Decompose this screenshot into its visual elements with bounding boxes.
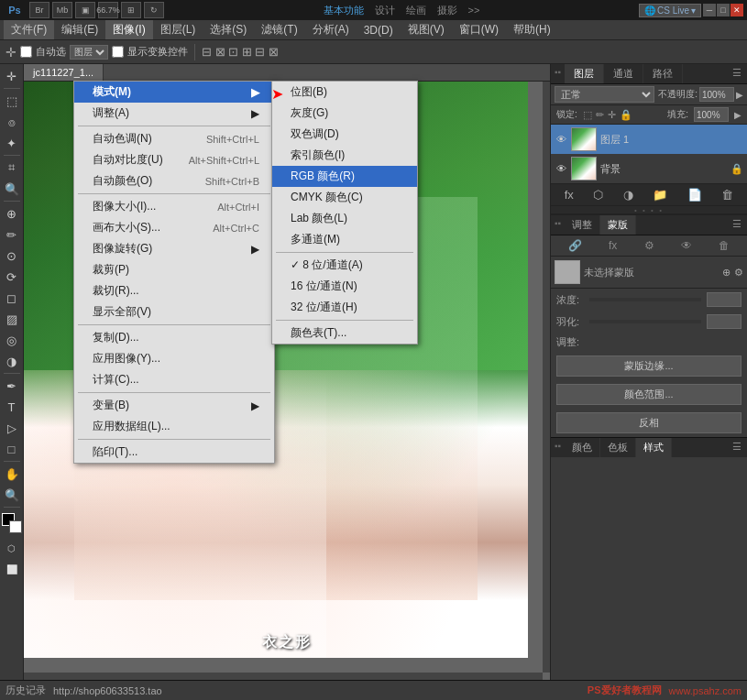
workspace-draw[interactable]: 绘画 [406, 4, 426, 17]
lock-all-icon[interactable]: 🔒 [620, 109, 632, 121]
mode-multichannel[interactable]: 多通道(M) [272, 229, 417, 250]
density-slider[interactable] [589, 298, 701, 301]
bridge-icon[interactable]: Br [29, 2, 49, 18]
masks-settings-icon[interactable]: ⚙ [734, 267, 743, 279]
delete-layer-btn[interactable]: 🗑 [718, 186, 737, 203]
masks-add-icon[interactable]: ⊕ [722, 267, 731, 279]
clone-tool[interactable]: ⊙ [2, 246, 22, 266]
density-input[interactable] [707, 292, 742, 307]
zoom-display[interactable]: 66.7% [98, 2, 118, 18]
color-range-btn[interactable]: 颜色范围... [556, 384, 742, 405]
background-color[interactable] [9, 520, 22, 533]
menu-item-file[interactable]: 文件(F) [4, 20, 54, 39]
mode-rgb[interactable]: RGB 颜色(R) [272, 166, 417, 187]
mode-8bit[interactable]: ✓ 8 位/通道(A) [272, 255, 417, 276]
lasso-tool[interactable]: ⌾ [2, 112, 22, 132]
menu-mode[interactable]: 模式(M) ▶ [74, 82, 274, 103]
menu-item-select[interactable]: 选择(S) [203, 20, 254, 39]
zoom-tool[interactable]: 🔍 [2, 485, 22, 505]
mode-cmyk[interactable]: CMYK 颜色(C) [272, 187, 417, 208]
minimize-button[interactable]: ─ [703, 4, 716, 16]
add-mask-btn[interactable]: ⬡ [589, 186, 607, 203]
dodge-tool[interactable]: ◑ [2, 351, 22, 371]
layer-bg-eye[interactable]: 👁 [555, 162, 567, 175]
add-group-btn[interactable]: 📁 [649, 186, 671, 203]
magic-wand-tool[interactable]: ✦ [2, 133, 22, 153]
lock-brush-icon[interactable]: ✏ [596, 109, 604, 121]
layer-item-1[interactable]: 👁 图层 1 [551, 125, 747, 154]
text-tool[interactable]: T [2, 397, 22, 417]
bottom-panel-menu-icon[interactable]: ☰ [727, 438, 747, 457]
mask-edge-btn[interactable]: 蒙版边缘... [556, 355, 742, 377]
menu-calculations[interactable]: 计算(C)... [74, 369, 274, 390]
tab-adjustments[interactable]: 调整 [565, 215, 600, 235]
masks-menu-icon[interactable]: ☰ [727, 215, 747, 235]
marquee-tool[interactable]: ⬚ [2, 91, 22, 111]
workspace-design[interactable]: 设计 [375, 4, 395, 17]
layer-1-eye[interactable]: 👁 [555, 133, 567, 146]
mode-bitmap[interactable]: 位图(B) [272, 82, 417, 103]
screen-mode-icon[interactable]: ▣ [75, 2, 95, 18]
menu-image-rotate[interactable]: 图像旋转(G) ▶ [74, 238, 274, 259]
mode-indexed[interactable]: 索引颜色(I) [272, 145, 417, 166]
menu-auto-color[interactable]: 自动颜色(O) Shift+Ctrl+B [74, 170, 274, 191]
healing-tool[interactable]: ⊕ [2, 203, 22, 224]
crop-tool[interactable]: ⌗ [2, 158, 22, 178]
blur-tool[interactable]: ◎ [2, 330, 22, 350]
menu-item-3d[interactable]: 3D(D) [357, 22, 401, 38]
auto-select-type[interactable]: 图层 [70, 45, 108, 60]
mode-32bit[interactable]: 32 位/通道(H) [272, 297, 417, 318]
tab-channels[interactable]: 通道 [604, 64, 643, 83]
menu-apply-datagroup[interactable]: 应用数据组(L)... [74, 416, 274, 437]
menu-auto-contrast[interactable]: 自动对比度(U) Alt+Shift+Ctrl+L [74, 149, 274, 170]
menu-item-view[interactable]: 视图(V) [401, 20, 452, 39]
path-select-tool[interactable]: ▷ [2, 418, 22, 438]
fill-input[interactable] [694, 107, 729, 122]
lock-transparent-icon[interactable]: ⬚ [583, 109, 592, 121]
menu-item-layer[interactable]: 图层(L) [153, 20, 203, 39]
history-brush-tool[interactable]: ⟳ [2, 267, 22, 287]
menu-adjust[interactable]: 调整(A) ▶ [74, 103, 274, 124]
menu-canvas-size[interactable]: 画布大小(S)... Alt+Ctrl+C [74, 217, 274, 238]
mask-gear-icon[interactable]: ⚙ [644, 239, 654, 252]
panel-menu-icon[interactable]: ☰ [727, 64, 747, 83]
maximize-button[interactable]: □ [717, 4, 730, 16]
show-transform-checkbox[interactable] [112, 46, 124, 58]
mode-color-table[interactable]: 颜色表(T)... [272, 323, 417, 344]
feather-slider[interactable] [589, 320, 701, 323]
close-button[interactable]: ✕ [731, 4, 743, 16]
menu-item-analysis[interactable]: 分析(A) [305, 20, 357, 39]
mask-eye-icon[interactable]: 👁 [681, 239, 692, 252]
panel-resize-grip[interactable]: • • • • [551, 206, 747, 213]
tab-color[interactable]: 颜色 [565, 438, 600, 457]
cs-live-button[interactable]: 🌐 CS Live ▾ [639, 4, 701, 17]
mode-duotone[interactable]: 双色调(D) [272, 124, 417, 145]
tab-styles[interactable]: 样式 [636, 438, 672, 457]
workspace-more[interactable]: >> [468, 5, 480, 16]
tab-swatches[interactable]: 色板 [600, 438, 636, 457]
menu-item-image[interactable]: 图像(I) [105, 20, 152, 39]
rotation-icon[interactable]: ↻ [144, 2, 164, 18]
view-icon[interactable]: ⊞ [121, 2, 141, 18]
move-tool[interactable]: ✛ [2, 66, 22, 86]
menu-trim[interactable]: 裁切(R)... [74, 280, 274, 301]
opacity-arrow[interactable]: ▶ [736, 90, 743, 100]
tab-paths[interactable]: 路径 [643, 64, 683, 83]
minib-icon[interactable]: Mb [52, 2, 72, 18]
mask-link-icon[interactable]: 🔗 [568, 239, 582, 252]
gradient-tool[interactable]: ▨ [2, 309, 22, 329]
tab-layers[interactable]: 图层 [565, 64, 604, 83]
layer-item-bg[interactable]: 👁 背景 🔒 [551, 154, 747, 183]
menu-item-window[interactable]: 窗口(W) [452, 20, 506, 39]
fill-arrow[interactable]: ▶ [734, 110, 742, 120]
menu-auto-tone[interactable]: 自动色调(N) Shift+Ctrl+L [74, 128, 274, 149]
menu-image-size[interactable]: 图像大小(I)... Alt+Ctrl+I [74, 196, 274, 217]
menu-item-edit[interactable]: 编辑(E) [54, 20, 105, 39]
menu-item-help[interactable]: 帮助(H) [506, 20, 558, 39]
add-adjustment-btn[interactable]: ◑ [620, 186, 637, 203]
menu-trap[interactable]: 陷印(T)... [74, 442, 274, 463]
workspace-photo[interactable]: 摄影 [437, 4, 457, 17]
mask-trash-icon[interactable]: 🗑 [719, 239, 730, 252]
vertical-scrollbar[interactable] [543, 82, 550, 673]
pen-tool[interactable]: ✒ [2, 376, 22, 396]
